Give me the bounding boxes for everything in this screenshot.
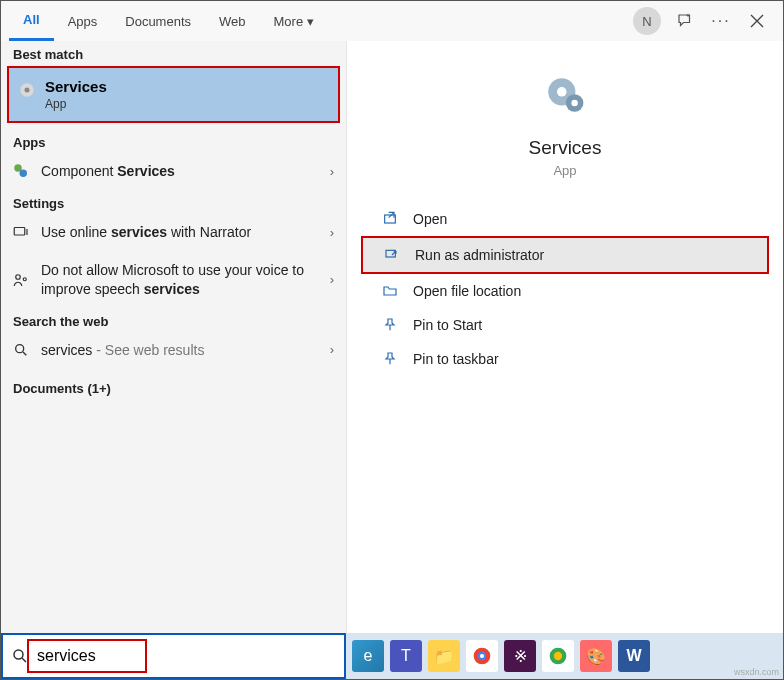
- action-pin-to-start[interactable]: Pin to Start: [361, 308, 769, 342]
- folder-icon: [381, 282, 399, 300]
- open-icon: [381, 210, 399, 228]
- component-services-icon: [11, 161, 31, 181]
- apps-heading: Apps: [1, 129, 346, 152]
- chevron-right-icon: ›: [330, 342, 334, 357]
- detail-title: Services: [347, 137, 783, 159]
- svg-point-3: [20, 170, 28, 178]
- taskbar-explorer-icon[interactable]: 📁: [428, 640, 460, 672]
- admin-icon: [383, 246, 401, 264]
- action-open[interactable]: Open: [361, 202, 769, 236]
- bestmatch-subtitle: App: [45, 97, 328, 111]
- svg-point-1: [25, 88, 30, 93]
- action-label: Run as administrator: [415, 247, 544, 263]
- tab-apps[interactable]: Apps: [54, 1, 112, 41]
- result-narrator-services[interactable]: Use online services with Narrator ›: [1, 213, 346, 251]
- watermark: wsxdn.com: [734, 667, 779, 677]
- action-pin-to-taskbar[interactable]: Pin to taskbar: [361, 342, 769, 376]
- taskbar-word-icon[interactable]: W: [618, 640, 650, 672]
- svg-point-5: [16, 274, 21, 279]
- result-label: services - See web results: [41, 341, 330, 359]
- results-panel: Best match Services App Apps Component S…: [1, 41, 346, 633]
- taskbar-edge-icon[interactable]: e: [352, 640, 384, 672]
- svg-point-19: [554, 652, 562, 660]
- user-avatar[interactable]: N: [633, 7, 661, 35]
- action-label: Pin to Start: [413, 317, 482, 333]
- tab-more[interactable]: More ▾: [260, 1, 328, 41]
- close-icon[interactable]: [739, 3, 775, 39]
- bestmatch-services[interactable]: Services App: [7, 66, 340, 123]
- svg-point-17: [480, 654, 484, 658]
- action-label: Open: [413, 211, 447, 227]
- result-label: Use online services with Narrator: [41, 223, 330, 241]
- chevron-right-icon: ›: [330, 272, 334, 287]
- taskbar-slack-icon[interactable]: ※: [504, 640, 536, 672]
- result-label: Do not allow Microsoft to use your voice…: [41, 261, 330, 297]
- taskbar-chrome2-icon[interactable]: [542, 640, 574, 672]
- svg-point-6: [23, 277, 26, 280]
- detail-panel: Services App Open Run as administrator O…: [346, 41, 783, 633]
- result-speech-services[interactable]: Do not allow Microsoft to use your voice…: [1, 251, 346, 307]
- searchweb-heading: Search the web: [1, 308, 346, 331]
- result-component-services[interactable]: Component Services ›: [1, 152, 346, 190]
- tab-documents[interactable]: Documents: [111, 1, 205, 41]
- tab-web[interactable]: Web: [205, 1, 260, 41]
- tab-all[interactable]: All: [9, 1, 54, 41]
- detail-subtitle: App: [347, 163, 783, 178]
- pin-taskbar-icon: [381, 350, 399, 368]
- narrator-icon: [11, 222, 31, 242]
- speech-icon: [11, 270, 31, 290]
- more-options-icon[interactable]: ···: [703, 3, 739, 39]
- taskbar: e T 📁 ※ 🎨 W: [346, 633, 783, 679]
- bestmatch-heading: Best match: [1, 41, 346, 64]
- gear-icon: [17, 80, 37, 100]
- svg-point-7: [16, 345, 24, 353]
- bottom-bar: e T 📁 ※ 🎨 W: [1, 633, 783, 679]
- action-label: Pin to taskbar: [413, 351, 499, 367]
- taskbar-app-icon[interactable]: 🎨: [580, 640, 612, 672]
- chevron-right-icon: ›: [330, 164, 334, 179]
- settings-heading: Settings: [1, 190, 346, 213]
- pin-start-icon: [381, 316, 399, 334]
- action-run-as-administrator[interactable]: Run as administrator: [361, 236, 769, 274]
- taskbar-teams-icon[interactable]: T: [390, 640, 422, 672]
- search-icon: [11, 340, 31, 360]
- search-input[interactable]: [37, 647, 336, 665]
- search-scope-tabs: All Apps Documents Web More ▾ N ···: [1, 1, 783, 41]
- feedback-icon[interactable]: [667, 3, 703, 39]
- chevron-right-icon: ›: [330, 225, 334, 240]
- svg-point-11: [571, 100, 577, 106]
- taskbar-chrome-icon[interactable]: [466, 640, 498, 672]
- services-gear-icon: [541, 71, 589, 119]
- action-open-file-location[interactable]: Open file location: [361, 274, 769, 308]
- result-web-services[interactable]: services - See web results ›: [1, 331, 346, 369]
- search-icon: [11, 647, 29, 665]
- action-label: Open file location: [413, 283, 521, 299]
- bestmatch-title: Services: [45, 78, 328, 95]
- svg-rect-4: [14, 228, 25, 236]
- documents-heading: Documents (1+): [1, 375, 346, 398]
- search-bar[interactable]: [1, 633, 346, 679]
- result-label: Component Services: [41, 162, 330, 180]
- svg-point-14: [14, 650, 23, 659]
- svg-point-9: [557, 87, 567, 97]
